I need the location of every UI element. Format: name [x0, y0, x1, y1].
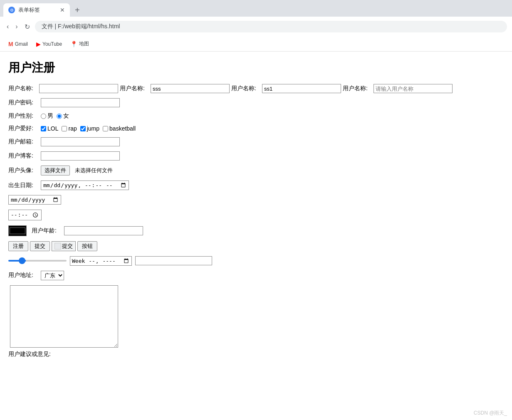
- page-content: 用户注册 用户名称: 用户名称: 用户名称: 用户名称: 用户密码: 用户性别:…: [0, 52, 512, 420]
- no-file-text: 未选择任何文件: [75, 167, 113, 174]
- birthday-label: 出生日期:: [8, 182, 37, 189]
- action-buttons-row: 注册 提交 提交 按钮: [8, 241, 504, 251]
- bookmark-gmail-label: Gmail: [15, 41, 28, 47]
- gender-female-label[interactable]: 女: [57, 112, 69, 120]
- blog-label: 用户博客:: [8, 152, 37, 160]
- hobby-jump-checkbox[interactable]: [80, 126, 86, 131]
- username-input-4[interactable]: [373, 84, 453, 93]
- tab-title: 表单标签: [18, 6, 40, 14]
- new-tab-btn[interactable]: +: [73, 4, 82, 17]
- register-btn[interactable]: 注册: [8, 241, 28, 251]
- gender-row: 用户性别: 男 女: [8, 112, 504, 120]
- button-btn[interactable]: 按钮: [77, 241, 97, 251]
- hobby-jump-text: jump: [87, 125, 99, 132]
- birthday-time-row: [8, 210, 504, 220]
- submit-btn[interactable]: 提交: [30, 241, 50, 251]
- gender-male-text: 男: [47, 112, 53, 120]
- password-row: 用户密码:: [8, 98, 504, 107]
- bookmark-maps-label: 地图: [79, 40, 89, 47]
- suggestion-label-row: 用户建议或意见:: [8, 351, 504, 358]
- username-input-3[interactable]: [262, 84, 341, 93]
- bookmarks-bar: M Gmail ▶ YouTube 📍 地图: [0, 37, 512, 52]
- gender-label: 用户性别:: [8, 112, 37, 120]
- hobby-row: 用户爱好: LOL rap jump basketball: [8, 125, 504, 132]
- address-label: 用户地址:: [8, 272, 37, 279]
- blog-input[interactable]: [41, 151, 120, 161]
- address-input[interactable]: [35, 21, 507, 32]
- active-tab[interactable]: ⚙ 表单标签 ✕: [3, 3, 70, 17]
- textarea-wrapper: [10, 285, 504, 349]
- age-input[interactable]: [64, 226, 143, 235]
- gender-female-radio[interactable]: [57, 114, 62, 119]
- username-label-1: 用户名称:: [8, 85, 37, 92]
- back-btn[interactable]: ‹: [5, 21, 10, 32]
- youtube-icon: ▶: [36, 41, 41, 47]
- submit-img-label: 提交: [62, 242, 73, 250]
- hobby-label: 用户爱好:: [8, 125, 37, 132]
- birthday-date-row: [8, 195, 504, 205]
- forward-btn[interactable]: ›: [14, 21, 19, 32]
- range-slider[interactable]: [8, 260, 67, 262]
- bookmark-gmail[interactable]: M Gmail: [5, 39, 31, 49]
- bookmark-youtube[interactable]: ▶ YouTube: [33, 39, 65, 49]
- bookmark-youtube-label: YouTube: [42, 41, 62, 47]
- gmail-icon: M: [8, 41, 13, 47]
- birthday-date-input[interactable]: [8, 195, 61, 205]
- hobby-lol-label[interactable]: LOL: [41, 125, 58, 132]
- hobby-rap-label[interactable]: rap: [62, 125, 77, 132]
- email-row: 用户邮箱:: [8, 137, 504, 146]
- email-label: 用户邮箱:: [8, 138, 37, 146]
- bookmark-maps[interactable]: 📍 地图: [67, 39, 92, 49]
- hobby-rap-text: rap: [68, 125, 77, 132]
- username-input-2[interactable]: [151, 84, 230, 93]
- suggestion-textarea[interactable]: [10, 285, 118, 348]
- gender-male-label[interactable]: 男: [41, 112, 53, 120]
- color-input[interactable]: [8, 225, 27, 236]
- username-label-4: 用户名称:: [343, 85, 372, 92]
- reload-btn[interactable]: ↻: [23, 21, 32, 32]
- page-title: 用户注册: [8, 60, 504, 76]
- color-age-row: 用户年龄:: [8, 225, 504, 236]
- age-label: 用户年龄:: [32, 227, 61, 235]
- birthday-datetime-input[interactable]: [41, 180, 129, 190]
- tab-bar: ⚙ 表单标签 ✕ +: [0, 0, 512, 17]
- hobby-checkbox-group: LOL rap jump basketball: [41, 125, 136, 132]
- birthday-row: 出生日期:: [8, 180, 504, 190]
- username-label-2: 用户名称:: [120, 85, 149, 92]
- hobby-rap-checkbox[interactable]: [62, 126, 67, 131]
- maps-icon: 📍: [70, 41, 77, 47]
- submit-img-btn[interactable]: 提交: [52, 241, 76, 251]
- hobby-jump-label[interactable]: jump: [80, 125, 99, 132]
- week-input[interactable]: [70, 256, 132, 266]
- email-input[interactable]: [41, 137, 120, 146]
- gender-female-text: 女: [63, 112, 69, 120]
- hobby-basketball-checkbox[interactable]: [103, 126, 108, 131]
- password-input[interactable]: [41, 98, 120, 107]
- address-row: 用户地址: 广东 北京 上海 广州 深圳: [8, 271, 504, 280]
- username-row: 用户名称: 用户名称: 用户名称: 用户名称:: [8, 84, 504, 93]
- gender-male-radio[interactable]: [41, 114, 46, 119]
- gender-radio-group: 男 女: [41, 112, 69, 120]
- slider-row: [8, 256, 504, 266]
- province-select[interactable]: 广东 北京 上海 广州 深圳: [41, 271, 64, 280]
- username-label-3: 用户名称:: [231, 85, 260, 92]
- birthday-time-input[interactable]: [8, 210, 42, 220]
- password-label: 用户密码:: [8, 99, 37, 106]
- address-bar: ‹ › ↻: [0, 17, 512, 37]
- range-text-input[interactable]: [135, 256, 212, 265]
- submit-img-icon: [54, 243, 61, 250]
- avatar-label: 用户头像:: [8, 167, 37, 174]
- hobby-lol-text: LOL: [47, 125, 58, 132]
- tab-favicon: ⚙: [8, 7, 15, 13]
- avatar-row: 用户头像: 选择文件 未选择任何文件: [8, 166, 504, 175]
- choose-file-btn[interactable]: 选择文件: [41, 166, 70, 175]
- blog-row: 用户博客:: [8, 151, 504, 161]
- username-input-1[interactable]: [39, 84, 118, 93]
- suggestion-label: 用户建议或意见:: [8, 351, 51, 358]
- browser-chrome: ⚙ 表单标签 ✕ + ‹ › ↻ M Gmail ▶ YouTube 📍 地图: [0, 0, 512, 52]
- hobby-lol-checkbox[interactable]: [41, 126, 46, 131]
- hobby-basketball-text: basketball: [109, 125, 136, 132]
- hobby-basketball-label[interactable]: basketball: [103, 125, 136, 132]
- csdn-watermark: CSDN @雨天_: [474, 410, 507, 417]
- tab-close-btn[interactable]: ✕: [60, 7, 65, 13]
